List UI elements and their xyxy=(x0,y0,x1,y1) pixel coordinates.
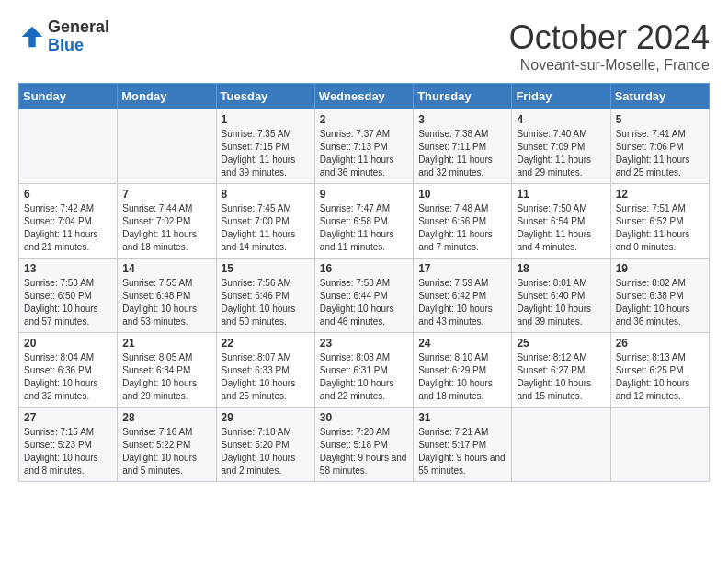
table-cell: 6 Sunrise: 7:42 AM Sunset: 7:04 PM Dayli… xyxy=(19,184,118,259)
day-number: 16 xyxy=(320,262,408,275)
day-info: Sunrise: 8:08 AM Sunset: 6:31 PM Dayligh… xyxy=(320,351,408,403)
sunset-text: Sunset: 5:17 PM xyxy=(418,440,486,450)
day-number: 8 xyxy=(222,188,310,201)
sunset-text: Sunset: 6:44 PM xyxy=(320,291,388,301)
table-cell: 10 Sunrise: 7:48 AM Sunset: 6:56 PM Dayl… xyxy=(414,184,512,259)
sunrise-text: Sunrise: 8:05 AM xyxy=(122,352,192,362)
sunrise-text: Sunrise: 8:10 AM xyxy=(418,352,488,362)
table-cell: 12 Sunrise: 7:51 AM Sunset: 6:52 PM Dayl… xyxy=(610,184,709,259)
sunset-text: Sunset: 5:23 PM xyxy=(24,440,92,450)
table-cell: 1 Sunrise: 7:35 AM Sunset: 7:15 PM Dayli… xyxy=(216,109,314,184)
table-cell: 19 Sunrise: 8:02 AM Sunset: 6:38 PM Dayl… xyxy=(610,259,709,333)
daylight-text: Daylight: 10 hours and 15 minutes. xyxy=(517,378,591,401)
day-info: Sunrise: 7:47 AM Sunset: 6:58 PM Dayligh… xyxy=(320,202,408,254)
table-cell: 14 Sunrise: 7:55 AM Sunset: 6:48 PM Dayl… xyxy=(118,259,216,333)
day-number: 31 xyxy=(418,411,506,424)
daylight-text: Daylight: 10 hours and 25 minutes. xyxy=(222,378,296,401)
logo-icon xyxy=(18,23,46,51)
sunrise-text: Sunrise: 8:02 AM xyxy=(616,278,686,288)
sunset-text: Sunset: 6:27 PM xyxy=(517,365,585,375)
daylight-text: Daylight: 11 hours and 21 minutes. xyxy=(24,229,98,252)
sunrise-text: Sunrise: 7:41 AM xyxy=(616,129,686,139)
col-sunday: Sunday xyxy=(19,84,118,109)
day-number: 5 xyxy=(616,113,704,126)
table-cell: 26 Sunrise: 8:13 AM Sunset: 6:25 PM Dayl… xyxy=(610,333,709,408)
col-saturday: Saturday xyxy=(610,84,709,109)
week-row-3: 13 Sunrise: 7:53 AM Sunset: 6:50 PM Dayl… xyxy=(19,259,710,333)
sunset-text: Sunset: 6:40 PM xyxy=(517,291,585,301)
day-info: Sunrise: 7:16 AM Sunset: 5:22 PM Dayligh… xyxy=(122,426,210,477)
logo-text: General Blue xyxy=(48,18,109,55)
day-number: 25 xyxy=(517,337,605,350)
daylight-text: Daylight: 11 hours and 4 minutes. xyxy=(517,229,591,252)
sunrise-text: Sunrise: 7:58 AM xyxy=(320,278,390,288)
day-number: 22 xyxy=(222,337,310,350)
table-cell: 28 Sunrise: 7:16 AM Sunset: 5:22 PM Dayl… xyxy=(118,408,216,482)
sunset-text: Sunset: 7:15 PM xyxy=(222,142,290,152)
table-cell: 17 Sunrise: 7:59 AM Sunset: 6:42 PM Dayl… xyxy=(414,259,512,333)
sunrise-text: Sunrise: 7:59 AM xyxy=(418,278,488,288)
sunset-text: Sunset: 6:31 PM xyxy=(320,365,388,375)
sunset-text: Sunset: 7:02 PM xyxy=(122,216,190,226)
table-cell: 31 Sunrise: 7:21 AM Sunset: 5:17 PM Dayl… xyxy=(414,408,512,482)
day-info: Sunrise: 8:13 AM Sunset: 6:25 PM Dayligh… xyxy=(616,351,704,403)
day-number: 9 xyxy=(320,188,408,201)
day-number: 23 xyxy=(320,337,408,350)
daylight-text: Daylight: 11 hours and 7 minutes. xyxy=(418,229,493,252)
day-info: Sunrise: 7:55 AM Sunset: 6:48 PM Dayligh… xyxy=(122,277,210,328)
daylight-text: Daylight: 10 hours and 8 minutes. xyxy=(24,453,98,476)
day-info: Sunrise: 7:45 AM Sunset: 7:00 PM Dayligh… xyxy=(222,202,310,254)
sunset-text: Sunset: 6:50 PM xyxy=(24,291,92,301)
sunset-text: Sunset: 6:29 PM xyxy=(418,365,486,375)
week-row-2: 6 Sunrise: 7:42 AM Sunset: 7:04 PM Dayli… xyxy=(19,184,710,259)
logo: General Blue xyxy=(18,18,109,55)
daylight-text: Daylight: 11 hours and 0 minutes. xyxy=(616,229,690,252)
day-info: Sunrise: 7:51 AM Sunset: 6:52 PM Dayligh… xyxy=(616,202,704,254)
col-monday: Monday xyxy=(118,84,216,109)
day-info: Sunrise: 8:07 AM Sunset: 6:33 PM Dayligh… xyxy=(222,351,310,403)
day-info: Sunrise: 7:58 AM Sunset: 6:44 PM Dayligh… xyxy=(320,277,408,328)
daylight-text: Daylight: 11 hours and 14 minutes. xyxy=(222,229,296,252)
day-info: Sunrise: 8:01 AM Sunset: 6:40 PM Dayligh… xyxy=(517,277,605,328)
logo-blue-text: Blue xyxy=(48,37,109,55)
day-info: Sunrise: 8:02 AM Sunset: 6:38 PM Dayligh… xyxy=(616,277,704,328)
day-number: 21 xyxy=(122,337,210,350)
sunrise-text: Sunrise: 7:35 AM xyxy=(222,129,291,139)
day-number: 29 xyxy=(222,411,310,424)
sunrise-text: Sunrise: 8:12 AM xyxy=(517,352,586,362)
daylight-text: Daylight: 10 hours and 32 minutes. xyxy=(24,378,98,401)
sunset-text: Sunset: 7:09 PM xyxy=(517,142,585,152)
daylight-text: Daylight: 11 hours and 25 minutes. xyxy=(616,155,690,178)
logo-general-text: General xyxy=(48,18,109,37)
svg-marker-0 xyxy=(22,27,43,48)
sunrise-text: Sunrise: 7:40 AM xyxy=(517,129,586,139)
sunset-text: Sunset: 6:54 PM xyxy=(517,216,585,226)
sunrise-text: Sunrise: 7:37 AM xyxy=(320,129,390,139)
table-cell: 25 Sunrise: 8:12 AM Sunset: 6:27 PM Dayl… xyxy=(512,333,610,408)
sunrise-text: Sunrise: 7:21 AM xyxy=(418,427,488,437)
day-number: 19 xyxy=(616,262,704,275)
day-info: Sunrise: 7:41 AM Sunset: 7:06 PM Dayligh… xyxy=(616,128,704,179)
table-cell xyxy=(118,109,216,184)
sunrise-text: Sunrise: 7:45 AM xyxy=(222,203,291,213)
sunset-text: Sunset: 5:20 PM xyxy=(222,440,290,450)
sunset-text: Sunset: 6:25 PM xyxy=(616,365,684,375)
sunrise-text: Sunrise: 7:16 AM xyxy=(122,427,192,437)
daylight-text: Daylight: 10 hours and 57 minutes. xyxy=(24,304,98,327)
table-cell: 18 Sunrise: 8:01 AM Sunset: 6:40 PM Dayl… xyxy=(512,259,610,333)
sunset-text: Sunset: 6:58 PM xyxy=(320,216,388,226)
day-number: 26 xyxy=(616,337,704,350)
daylight-text: Daylight: 10 hours and 12 minutes. xyxy=(616,378,690,401)
day-info: Sunrise: 8:05 AM Sunset: 6:34 PM Dayligh… xyxy=(122,351,210,403)
sunrise-text: Sunrise: 7:50 AM xyxy=(517,203,586,213)
daylight-text: Daylight: 10 hours and 36 minutes. xyxy=(616,304,690,327)
day-number: 12 xyxy=(616,188,704,201)
day-info: Sunrise: 8:12 AM Sunset: 6:27 PM Dayligh… xyxy=(517,351,605,403)
sunset-text: Sunset: 7:00 PM xyxy=(222,216,290,226)
daylight-text: Daylight: 11 hours and 36 minutes. xyxy=(320,155,394,178)
calendar-table: Sunday Monday Tuesday Wednesday Thursday… xyxy=(18,83,710,482)
day-info: Sunrise: 7:59 AM Sunset: 6:42 PM Dayligh… xyxy=(418,277,506,328)
day-number: 30 xyxy=(320,411,408,424)
daylight-text: Daylight: 10 hours and 5 minutes. xyxy=(122,453,197,476)
day-info: Sunrise: 7:38 AM Sunset: 7:11 PM Dayligh… xyxy=(418,128,506,179)
